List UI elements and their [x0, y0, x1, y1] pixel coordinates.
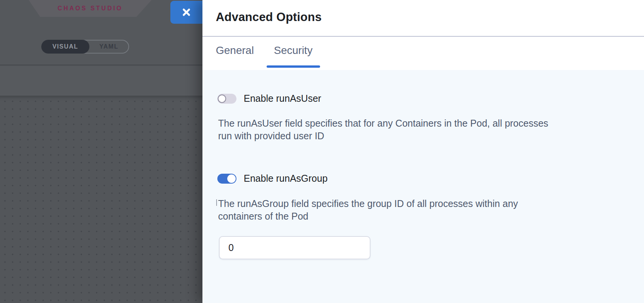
- advanced-options-drawer: Advanced Options General Security Enable…: [202, 0, 644, 303]
- visual-segment[interactable]: VISUAL: [41, 40, 89, 54]
- runasgroup-value-input[interactable]: [219, 236, 371, 259]
- drawer-tabbar: General Security: [202, 37, 644, 70]
- studio-banner-title: CHAOS STUDIO: [58, 5, 123, 12]
- runasgroup-description: The runAsGroup field specifies the group…: [218, 197, 543, 223]
- close-icon: [181, 7, 191, 17]
- active-tab-underline: [267, 65, 320, 68]
- tab-security[interactable]: Security: [274, 44, 312, 57]
- tab-general[interactable]: General: [216, 44, 254, 57]
- enable-runasuser-label: Enable runAsUser: [244, 93, 321, 104]
- runasuser-description: The runAsUser field specifies that for a…: [218, 117, 554, 142]
- drawer-title: Advanced Options: [216, 10, 322, 24]
- dotted-canvas-grid: [0, 96, 202, 303]
- studio-banner: CHAOS STUDIO: [29, 0, 152, 17]
- toggle-knob: [227, 174, 236, 183]
- canvas-toolbar-band: [0, 66, 202, 96]
- chaos-studio-canvas: CHAOS STUDIO VISUAL YAML: [0, 0, 202, 303]
- close-drawer-button[interactable]: [170, 1, 202, 24]
- security-tab-panel: Enable runAsUser The runAsUser field spe…: [202, 70, 644, 303]
- visual-yaml-toggle[interactable]: VISUAL YAML: [41, 40, 129, 54]
- toggle-knob: [218, 94, 226, 103]
- enable-runasgroup-toggle[interactable]: [217, 174, 236, 184]
- yaml-segment[interactable]: YAML: [89, 41, 128, 53]
- enable-runasuser-toggle[interactable]: [217, 94, 236, 104]
- text-cursor: [216, 199, 217, 206]
- enable-runasgroup-label: Enable runAsGroup: [244, 173, 328, 184]
